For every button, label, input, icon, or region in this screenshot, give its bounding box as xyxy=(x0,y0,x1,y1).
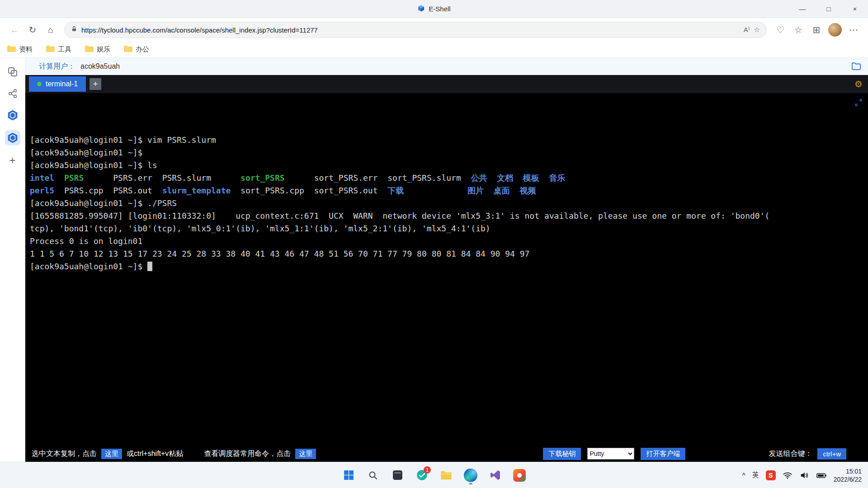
titlebar: E-Shell — □ × xyxy=(0,0,868,18)
send-combo-label: 发送组合键： xyxy=(769,449,812,459)
terminal-text xyxy=(84,173,113,183)
send-combo-button[interactable]: ctrl+w xyxy=(817,448,846,460)
panels-icon[interactable] xyxy=(5,65,20,79)
scheduler-hint-text: 查看调度器常用命令，点击 xyxy=(204,449,291,459)
terminal-text: 音乐 xyxy=(549,173,566,183)
taskbar-center: 1 xyxy=(339,466,529,485)
tab-label: terminal-1 xyxy=(46,80,78,88)
terminal-text: sort_PSRS xyxy=(241,173,285,183)
app-icon-todo[interactable]: 1 xyxy=(412,466,431,485)
terminal-text: sort_PSRS.slurm xyxy=(387,173,461,183)
clock[interactable]: 15:01 2022/6/22 xyxy=(834,467,862,483)
client-select[interactable]: Putty xyxy=(587,448,634,460)
copy-here-button[interactable]: 这里 xyxy=(101,449,122,459)
maximize-icon[interactable]: □ xyxy=(816,0,842,18)
browser-essentials-icon[interactable]: ♡ xyxy=(772,22,788,38)
window-controls: — □ × xyxy=(789,0,868,18)
terminal-text: 公共 xyxy=(471,173,487,183)
terminal-text: [acok9a5uah@login01 ~]$ ls xyxy=(30,160,157,170)
terminal-text: 视频 xyxy=(519,186,536,195)
terminal-text: 桌面 xyxy=(494,186,510,195)
eshell-app-icon xyxy=(417,5,425,14)
back-icon[interactable]: ← xyxy=(6,22,23,38)
favorites-icon[interactable]: ☆ xyxy=(790,22,807,38)
app-icon-misc[interactable] xyxy=(510,466,529,485)
favorite-star-icon[interactable]: ☆ xyxy=(754,26,760,34)
paste-hint-text: 或ctrl+shift+v粘贴 xyxy=(127,449,183,459)
collections-icon[interactable]: ⊞ xyxy=(808,22,825,38)
bookmark-folder[interactable]: 办公 xyxy=(124,45,149,54)
app-sidebar: + xyxy=(0,58,25,462)
tray-expand-icon[interactable]: ^ xyxy=(742,471,745,479)
terminal-text xyxy=(304,186,314,195)
search-icon[interactable] xyxy=(363,466,382,485)
battery-icon[interactable] xyxy=(816,470,827,481)
main-panel: 计算用户： acok9a5uah terminal-1 + ⚙ [acok9a5… xyxy=(25,58,868,462)
file-manager-icon[interactable] xyxy=(851,61,862,72)
terminal-text xyxy=(285,173,314,183)
terminal-text xyxy=(54,186,64,195)
app-icon-terminal[interactable] xyxy=(388,466,407,485)
terminal-output[interactable]: [acok9a5uah@login01 ~]$ vim PSRS.slurm[a… xyxy=(25,93,868,446)
terminal-text xyxy=(487,173,497,183)
windows-taskbar: 1 ^ 英 S 15:01 2022/6/22 xyxy=(0,462,868,488)
ime-language-indicator[interactable]: 英 xyxy=(752,471,759,479)
bookmark-folder[interactable]: 资料 xyxy=(7,45,33,54)
terminal-text: 图片 xyxy=(467,186,484,195)
terminal-text: PSRS.cpp xyxy=(64,186,104,195)
scheduler-here-button[interactable]: 这里 xyxy=(295,449,316,459)
folder-icon xyxy=(46,45,55,54)
terminal-text: sort_PSRS.out xyxy=(314,186,378,195)
terminal-text: [1655881285.995047] [login01:110332:0] u… xyxy=(30,211,769,221)
terminal-line: intel PSRS PSRS.err PSRS.slurm sort_PSRS… xyxy=(30,172,863,184)
add-cluster-icon[interactable]: + xyxy=(5,154,20,167)
profile-avatar[interactable] xyxy=(828,23,842,37)
terminal-text: [acok9a5uah@login01 ~]$ xyxy=(30,262,147,271)
edge-browser-icon[interactable] xyxy=(461,466,480,485)
compute-user-value: acok9a5uah xyxy=(80,62,120,70)
gear-icon[interactable]: ⚙ xyxy=(854,79,863,89)
terminal-text xyxy=(152,173,162,183)
browser-window: E-Shell — □ × ← ↻ ⌂ https://tycloud.hpcc… xyxy=(0,0,868,488)
terminal-line: Process 0 is on login01 xyxy=(30,235,863,248)
compute-user-label: 计算用户： xyxy=(39,62,75,71)
start-button[interactable] xyxy=(339,466,358,485)
new-terminal-icon[interactable]: + xyxy=(90,78,101,90)
sogou-input-icon[interactable]: S xyxy=(766,470,776,480)
refresh-icon[interactable]: ↻ xyxy=(24,22,41,38)
fullscreen-icon[interactable] xyxy=(854,98,863,110)
wifi-icon[interactable] xyxy=(783,470,793,480)
visual-studio-icon[interactable] xyxy=(486,466,505,485)
home-icon[interactable]: ⌂ xyxy=(42,22,59,38)
address-bar[interactable]: https://tycloud.hpccube.com/ac/console/s… xyxy=(64,22,767,38)
share-icon[interactable] xyxy=(5,87,20,100)
folder-icon xyxy=(7,45,16,54)
cluster-icon-selected[interactable] xyxy=(5,130,20,145)
file-explorer-icon[interactable] xyxy=(437,466,456,485)
terminal-text: 模板 xyxy=(523,173,539,183)
bottom-bar-actions: 下载秘钥 Putty 打开客户端 发送组合键： ctrl+w xyxy=(543,448,862,460)
more-menu-icon[interactable]: ⋯ xyxy=(845,22,862,38)
cluster-icon[interactable] xyxy=(5,108,20,122)
download-key-button[interactable]: 下载秘钥 xyxy=(543,448,581,460)
open-client-button[interactable]: 打开客户端 xyxy=(641,448,685,460)
terminal-line: [acok9a5uah@login01 ~]$ xyxy=(30,260,863,273)
tab-terminal-1[interactable]: terminal-1 xyxy=(29,76,86,92)
bookmark-folder[interactable]: 工具 xyxy=(46,45,71,54)
bookmark-folder[interactable]: 娱乐 xyxy=(85,45,110,54)
close-icon[interactable]: × xyxy=(842,0,868,18)
terminal-text: PSRS xyxy=(64,173,84,183)
terminal-text: perl5 xyxy=(30,186,54,195)
volume-icon[interactable] xyxy=(799,470,809,480)
terminal-text: [acok9a5uah@login01 ~]$ ./PSRS xyxy=(30,198,177,208)
terminal-text xyxy=(231,186,241,195)
terminal-text: sort_PSRS.cpp xyxy=(241,186,304,195)
terminal-line: [acok9a5uah@login01 ~]$ ./PSRS xyxy=(30,197,863,210)
url-text[interactable]: https://tycloud.hpccube.com/ac/console/s… xyxy=(81,26,740,34)
terminal-text xyxy=(513,173,523,183)
terminal-text xyxy=(484,186,494,195)
read-aloud-icon[interactable]: A⁾ xyxy=(744,26,750,34)
minimize-icon[interactable]: — xyxy=(789,0,816,18)
tray-time: 15:01 xyxy=(834,467,862,475)
terminal-text xyxy=(378,186,388,195)
